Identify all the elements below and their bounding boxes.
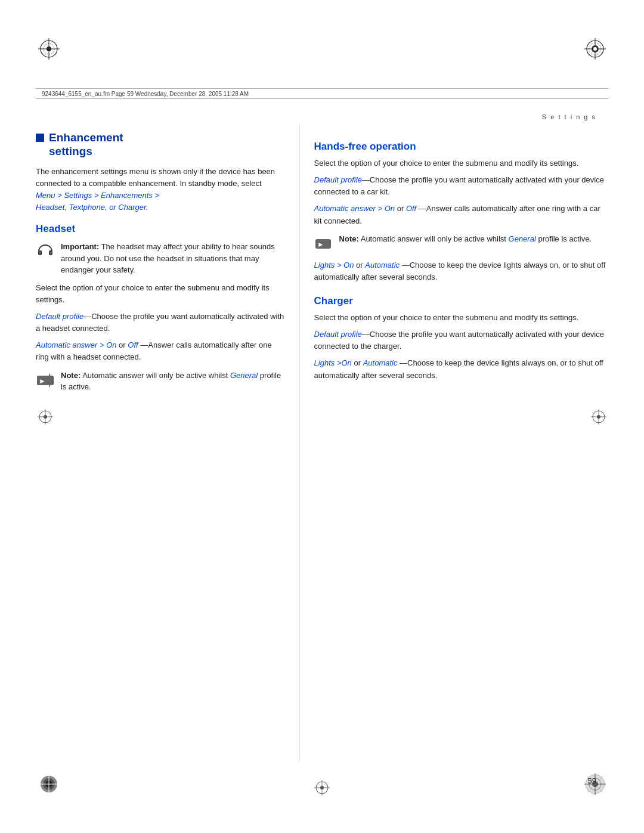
headphone-icon (36, 242, 55, 261)
handsfree-lights: Lights > On or Automatic —Choose to keep… (314, 259, 608, 283)
charger-lights: Lights >On or Automatic —Choose to keep … (314, 357, 608, 381)
header-bar: 9243644_6155_en_au.fm Page 59 Wednesday,… (36, 88, 608, 99)
headset-body1: Select the option of your choice to ente… (36, 282, 285, 306)
handsfree-body1: Select the option of your choice to ente… (314, 157, 608, 169)
svg-point-10 (593, 47, 597, 51)
main-heading-text: Enhancementsettings (49, 131, 123, 159)
svg-rect-35 (39, 251, 41, 255)
handsfree-note-box: ► Note: Automatic answer will only be ac… (314, 233, 608, 253)
reg-mark-bm (314, 779, 330, 796)
right-column: Hands-free operation Select the option o… (299, 125, 608, 761)
note-arrow-icon: ► (36, 371, 55, 390)
blue-square-icon (36, 134, 44, 142)
svg-rect-36 (49, 251, 52, 255)
left-column: Enhancementsettings The enhancement sett… (36, 125, 299, 761)
headset-heading: Headset (36, 223, 285, 235)
content-area: Enhancementsettings The enhancement sett… (36, 125, 608, 761)
handsfree-note-text: Note: Automatic answer will only be acti… (339, 233, 592, 245)
charger-default-profile: Default profile—Choose the profile you w… (314, 329, 608, 352)
reg-mark-tr (583, 37, 607, 61)
headset-auto-answer: Automatic answer > On or Off —Answer cal… (36, 339, 285, 363)
headset-note-text: Note: Automatic answer will only be acti… (61, 370, 285, 393)
important-note-box: Important: The headset may affect your a… (36, 241, 285, 276)
charger-section: Charger Select the option of your choice… (314, 295, 608, 382)
page-number: 59 (588, 776, 596, 785)
charger-heading: Charger (314, 295, 608, 307)
note-arrow-icon-2: ► (314, 234, 333, 253)
main-heading: Enhancementsettings (36, 131, 285, 159)
intro-paragraph: The enhancement settings menu is shown o… (36, 166, 285, 214)
headset-note-box: ► Note: Automatic answer will only be ac… (36, 370, 285, 393)
headset-default-profile: Default profile—Choose the profile you w… (36, 311, 285, 335)
reg-mark-bl (37, 772, 61, 796)
menu-path-link: Menu > Settings > Enhancements > (36, 191, 159, 200)
handsfree-default-profile: Default profile—Choose the profile you w… (314, 174, 608, 198)
menu-items-link: Headset, Textphone, or Charger. (36, 203, 148, 212)
handsfree-auto-answer: Automatic answer > On or Off —Answer cal… (314, 203, 608, 227)
settings-label: S e t t i n g s (542, 113, 596, 120)
important-text: Important: The headset may affect your a… (61, 241, 285, 276)
handsfree-heading: Hands-free operation (314, 141, 608, 153)
svg-text:►: ► (39, 377, 46, 385)
reg-mark-tl (37, 37, 61, 61)
file-info: 9243644_6155_en_au.fm Page 59 Wednesday,… (36, 91, 249, 97)
svg-text:►: ► (317, 240, 324, 249)
charger-body1: Select the option of your choice to ente… (314, 312, 608, 324)
